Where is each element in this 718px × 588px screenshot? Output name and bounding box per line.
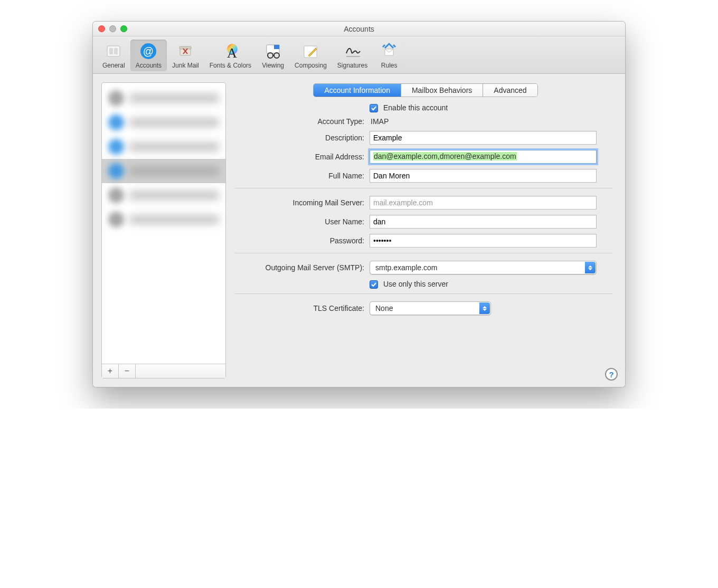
divider (234, 188, 612, 188)
toolbar-item-fonts-colors[interactable]: A Fonts & Colors (204, 40, 257, 71)
incoming-server-label: Incoming Mail Server: (234, 198, 370, 207)
tab-segmented-control: Account Information Mailbox Behaviors Ad… (313, 83, 537, 97)
description-input[interactable] (370, 131, 597, 145)
outgoing-server-popup[interactable]: smtp.example.com (370, 261, 597, 274)
account-row[interactable] (102, 207, 225, 232)
toolbar: General @ Accounts Junk Mail A Fonts & C… (93, 36, 625, 74)
password-input[interactable] (370, 234, 597, 248)
toolbar-item-viewing[interactable]: Viewing (257, 40, 289, 71)
switch-icon (104, 42, 123, 61)
rules-icon (380, 42, 399, 61)
close-window-button[interactable] (98, 25, 105, 32)
tab-account-information[interactable]: Account Information (314, 84, 401, 97)
at-sign-icon: @ (139, 42, 158, 61)
signature-icon (343, 42, 362, 61)
toolbar-item-rules[interactable]: Rules (373, 40, 405, 71)
account-details-pane: Account Information Mailbox Behaviors Ad… (234, 82, 617, 378)
account-type-value: IMAP (370, 117, 389, 126)
toolbar-item-signatures[interactable]: Signatures (332, 40, 373, 71)
popup-arrows-icon (585, 262, 596, 273)
toolbar-item-general[interactable]: General (97, 40, 130, 71)
password-label: Password: (234, 236, 370, 245)
tls-certificate-value: None (375, 304, 393, 312)
outgoing-server-value: smtp.example.com (375, 263, 437, 272)
enable-account-checkbox[interactable] (370, 104, 378, 112)
account-row[interactable] (102, 86, 225, 110)
svg-rect-6 (180, 46, 191, 49)
glasses-icon (263, 42, 282, 61)
preferences-window: Accounts General @ Accounts Junk Mail A … (92, 21, 626, 387)
incoming-server-input (370, 196, 597, 210)
email-address-highlight: dan@example.com,dmoren@example.com (373, 152, 517, 160)
accounts-list[interactable] (102, 83, 225, 364)
use-only-server-label: Use only this server (382, 280, 448, 288)
svg-rect-2 (114, 48, 118, 54)
account-row[interactable] (102, 183, 225, 207)
toolbar-item-junk[interactable]: Junk Mail (167, 40, 204, 71)
window-controls (98, 25, 127, 32)
titlebar: Accounts (93, 22, 625, 36)
minimize-window-button[interactable] (109, 25, 116, 32)
email-address-label: Email Address: (234, 153, 370, 161)
svg-text:A: A (227, 45, 237, 61)
trash-icon (176, 42, 195, 61)
divider (234, 253, 612, 253)
accounts-sidebar: + − (101, 82, 226, 378)
full-name-label: Full Name: (234, 172, 370, 180)
use-only-server-checkbox[interactable] (370, 280, 378, 289)
svg-rect-12 (274, 45, 279, 49)
zoom-window-button[interactable] (120, 25, 127, 32)
sidebar-footer: + − (102, 364, 225, 378)
font-icon: A (221, 42, 240, 61)
window-title: Accounts (344, 25, 374, 33)
tab-advanced[interactable]: Advanced (483, 84, 537, 97)
account-row[interactable] (102, 135, 225, 159)
tls-certificate-label: TLS Certificate: (234, 304, 370, 312)
description-label: Description: (234, 134, 370, 142)
account-row[interactable] (102, 110, 225, 135)
help-button[interactable]: ? (605, 368, 618, 381)
account-row-selected[interactable] (102, 159, 225, 183)
tab-mailbox-behaviors[interactable]: Mailbox Behaviors (401, 84, 483, 97)
toolbar-item-accounts[interactable]: @ Accounts (130, 40, 167, 71)
outgoing-server-label: Outgoing Mail Server (SMTP): (234, 263, 370, 272)
tls-certificate-popup[interactable]: None (370, 301, 491, 315)
svg-rect-0 (107, 46, 120, 56)
content-area: + − Account Information Mailbox Behavior… (93, 74, 625, 387)
svg-text:@: @ (143, 45, 154, 57)
username-label: User Name: (234, 217, 370, 226)
svg-rect-1 (109, 48, 113, 54)
account-type-label: Account Type: (234, 117, 370, 126)
full-name-input[interactable] (370, 169, 597, 183)
pencil-icon (301, 42, 320, 61)
toolbar-item-composing[interactable]: Composing (289, 40, 332, 71)
add-account-button[interactable]: + (102, 364, 119, 378)
remove-account-button[interactable]: − (119, 364, 136, 378)
enable-account-label: Enable this account (382, 103, 448, 112)
popup-arrows-icon (479, 302, 490, 314)
username-input[interactable] (370, 215, 597, 229)
divider (234, 293, 612, 294)
